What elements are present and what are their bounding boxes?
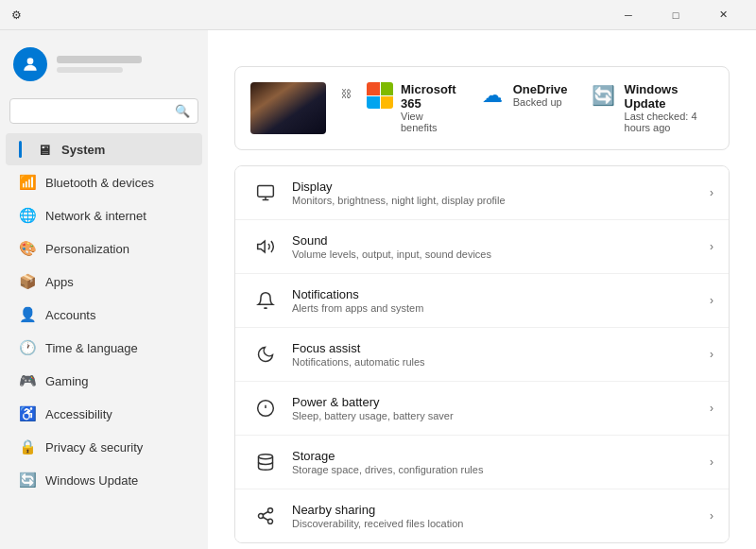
user-name — [57, 56, 142, 63]
nav-item-wrapper-accessibility: ♿Accessibility — [0, 398, 208, 430]
accounts-icon: 👤 — [19, 306, 36, 323]
settings-item-desc-sound: Volume levels, output, input, sound devi… — [292, 249, 710, 260]
windows-update-icon: 🔄 — [19, 472, 36, 489]
network-icon: 🌐 — [19, 207, 36, 224]
settings-item-desc-power-battery: Sleep, battery usage, battery saver — [292, 410, 710, 421]
sidebar: 🔍 🖥System📶Bluetooth & devices🌐Network & … — [0, 30, 208, 549]
sidebar-item-label-bluetooth: Bluetooth & devices — [45, 176, 154, 190]
sidebar-item-personalization[interactable]: 🎨Personalization — [6, 232, 202, 265]
settings-item-text-power-battery: Power & batterySleep, battery usage, bat… — [292, 395, 710, 421]
power-battery-icon — [250, 393, 281, 423]
sidebar-item-label-windows-update: Windows Update — [45, 473, 138, 488]
svg-line-11 — [263, 511, 268, 514]
device-connection-icon: ⛓ — [341, 88, 352, 99]
privacy-icon: 🔒 — [19, 438, 36, 455]
settings-item-sound[interactable]: SoundVolume levels, output, input, sound… — [235, 220, 729, 274]
ms365-service-icon — [367, 82, 393, 109]
personalization-icon: 🎨 — [19, 240, 36, 257]
nav-list: 🖥System📶Bluetooth & devices🌐Network & in… — [0, 133, 208, 496]
svg-line-10 — [263, 517, 268, 520]
svg-point-9 — [268, 519, 273, 523]
sidebar-item-system[interactable]: 🖥System — [6, 133, 202, 165]
app-container: 🔍 🖥System📶Bluetooth & devices🌐Network & … — [0, 30, 756, 549]
service-name-ms365: Microsoft 365 — [401, 82, 456, 111]
service-desc-ms365: View benefits — [401, 111, 456, 133]
settings-item-title-display: Display — [292, 180, 710, 194]
service-desc-windows-update: Last checked: 4 hours ago — [625, 111, 713, 133]
title-bar-left: ⚙ — [11, 9, 29, 22]
sidebar-item-accounts[interactable]: 👤Accounts — [6, 299, 202, 331]
service-text-ms365: Microsoft 365View benefits — [401, 82, 456, 133]
settings-item-desc-display: Monitors, brightness, night light, displ… — [292, 195, 710, 206]
settings-item-storage[interactable]: StorageStorage space, drives, configurat… — [235, 436, 729, 489]
device-image — [250, 82, 326, 134]
sidebar-item-time[interactable]: 🕐Time & language — [6, 332, 202, 364]
focus-assist-icon — [250, 339, 281, 369]
service-name-onedrive: OneDrive — [513, 82, 568, 96]
settings-list: DisplayMonitors, brightness, night light… — [234, 165, 730, 543]
sidebar-item-accessibility[interactable]: ♿Accessibility — [6, 398, 202, 430]
service-text-windows-update: Windows UpdateLast checked: 4 hours ago — [625, 82, 713, 133]
search-icon: 🔍 — [175, 104, 190, 118]
notifications-icon — [250, 285, 281, 316]
sidebar-item-network[interactable]: 🌐Network & internet — [6, 199, 202, 232]
sidebar-item-apps[interactable]: 📦Apps — [6, 266, 202, 298]
service-item-onedrive: ☁OneDriveBacked up — [479, 82, 568, 109]
sound-chevron-icon: › — [710, 240, 713, 253]
close-button[interactable]: ✕ — [701, 0, 745, 30]
display-icon — [250, 178, 281, 208]
svg-marker-2 — [258, 241, 266, 252]
content-area: ⛓ Microsoft 365View benefits☁OneDriveBac… — [208, 30, 756, 549]
svg-point-0 — [27, 58, 34, 64]
sidebar-item-windows-update[interactable]: 🔄Windows Update — [6, 464, 202, 496]
nav-item-wrapper-apps: 📦Apps — [0, 266, 208, 298]
settings-item-title-power-battery: Power & battery — [292, 395, 710, 409]
notifications-chevron-icon: › — [710, 294, 713, 307]
gaming-icon: 🎮 — [19, 372, 36, 389]
settings-item-text-storage: StorageStorage space, drives, configurat… — [292, 449, 710, 475]
search-input[interactable] — [18, 105, 169, 118]
nav-item-wrapper-gaming: 🎮Gaming — [0, 365, 208, 397]
bluetooth-icon: 📶 — [19, 174, 36, 191]
sidebar-item-label-apps: Apps — [45, 275, 74, 289]
nav-item-wrapper-system: 🖥System — [0, 133, 208, 165]
maximize-button[interactable]: □ — [654, 0, 697, 30]
device-info: ⛓ — [341, 82, 352, 99]
settings-item-title-sound: Sound — [292, 233, 710, 248]
settings-item-desc-notifications: Alerts from apps and system — [292, 302, 710, 314]
system-icon: 🖥 — [35, 142, 52, 158]
nav-item-wrapper-bluetooth: 📶Bluetooth & devices — [0, 166, 208, 198]
settings-item-display[interactable]: DisplayMonitors, brightness, night light… — [235, 166, 729, 220]
service-name-windows-update: Windows Update — [625, 82, 713, 111]
sidebar-item-label-system: System — [61, 143, 105, 157]
svg-rect-1 — [258, 186, 274, 197]
settings-item-focus-assist[interactable]: Focus assistNotifications, automatic rul… — [235, 328, 729, 382]
user-info — [57, 56, 142, 73]
sidebar-item-label-accounts: Accounts — [45, 308, 95, 322]
time-icon: 🕐 — [19, 339, 36, 356]
search-box[interactable]: 🔍 — [9, 98, 198, 124]
svg-point-8 — [259, 514, 264, 519]
service-text-onedrive: OneDriveBacked up — [513, 82, 568, 108]
nav-item-wrapper-personalization: 🎨Personalization — [0, 232, 208, 265]
device-services: Microsoft 365View benefits☁OneDriveBacke… — [367, 82, 713, 133]
display-chevron-icon: › — [710, 186, 713, 199]
sidebar-item-bluetooth[interactable]: 📶Bluetooth & devices — [6, 166, 202, 198]
minimize-button[interactable]: ─ — [607, 0, 650, 30]
storage-chevron-icon: › — [710, 455, 713, 469]
settings-item-nearby-sharing[interactable]: Nearby sharingDiscoverability, received … — [235, 489, 729, 542]
nav-item-wrapper-windows-update: 🔄Windows Update — [0, 464, 208, 496]
sidebar-item-label-time: Time & language — [45, 341, 138, 355]
sidebar-item-label-network: Network & internet — [45, 209, 146, 223]
nav-item-wrapper-accounts: 👤Accounts — [0, 299, 208, 331]
service-item-windows-update: 🔄Windows UpdateLast checked: 4 hours ago — [591, 82, 713, 133]
settings-item-notifications[interactable]: NotificationsAlerts from apps and system… — [235, 274, 729, 328]
sidebar-item-gaming[interactable]: 🎮Gaming — [6, 365, 202, 397]
svg-point-6 — [259, 455, 273, 459]
sidebar-item-privacy[interactable]: 🔒Privacy & security — [6, 431, 202, 463]
settings-item-desc-storage: Storage space, drives, configuration rul… — [292, 464, 710, 475]
settings-item-text-sound: SoundVolume levels, output, input, sound… — [292, 233, 710, 260]
apps-icon: 📦 — [19, 273, 36, 290]
settings-item-power-battery[interactable]: Power & batterySleep, battery usage, bat… — [235, 382, 729, 436]
title-bar-controls: ─ □ ✕ — [607, 0, 745, 30]
